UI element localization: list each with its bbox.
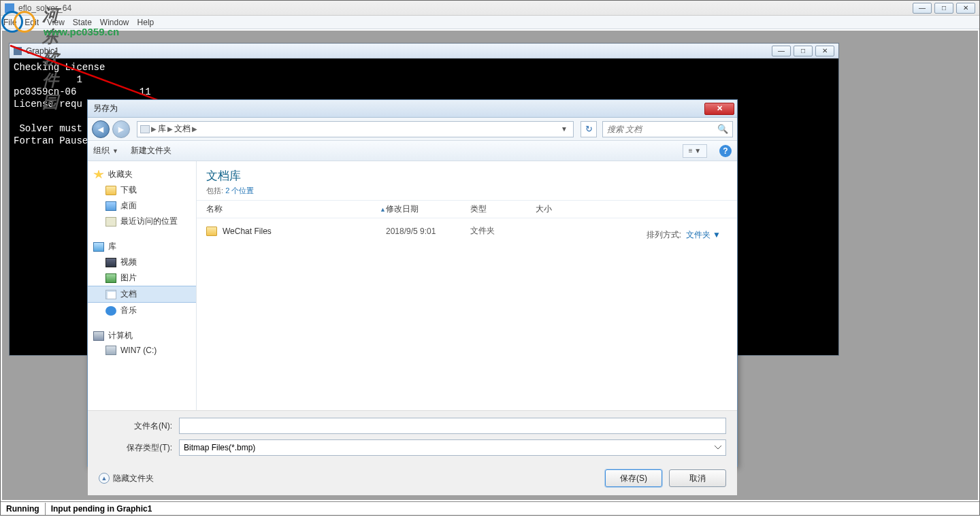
- help-button[interactable]: ?: [719, 145, 732, 157]
- hide-folders-toggle[interactable]: ▲ 隐藏文件夹: [99, 473, 154, 484]
- file-pane: 文档库 包括: 2 个位置 排列方式: 文件夹 ▼ 名称▲ 修改日期 类型 大小…: [197, 161, 737, 410]
- cancel-button[interactable]: 取消: [669, 469, 726, 487]
- filetype-label: 保存类型(T):: [99, 442, 172, 454]
- folder-icon: [105, 186, 116, 195]
- sidebar-item-videos[interactable]: 视频: [88, 254, 196, 270]
- main-title: eflo_solver_64: [18, 3, 71, 13]
- search-icon: 🔍: [717, 124, 728, 134]
- menu-file[interactable]: File: [3, 18, 16, 27]
- crumb-root[interactable]: 库: [158, 123, 166, 135]
- recent-icon: [105, 217, 116, 227]
- chevron-icon: ▶: [151, 125, 157, 133]
- nav-back-button[interactable]: ◄: [92, 120, 110, 138]
- sort-indicator-icon: ▲: [380, 206, 386, 213]
- col-name: 名称▲: [206, 203, 386, 215]
- dialog-nav: ◄ ► ▶ 库 ▶ 文档 ▶ ▼ ↻ 🔍: [88, 118, 737, 141]
- computer-icon: [93, 331, 104, 341]
- menubar: File Edit View State Window Help: [1, 16, 979, 29]
- file-date: 2018/9/5 9:01: [386, 227, 470, 236]
- desktop-icon: [105, 201, 116, 211]
- menu-edit[interactable]: Edit: [24, 18, 39, 27]
- graphic1-title: Graphic1: [26, 46, 59, 56]
- sub-minimize-button[interactable]: —: [772, 46, 791, 56]
- document-icon: [105, 290, 116, 299]
- search-input[interactable]: [607, 124, 717, 134]
- arrange-by[interactable]: 排列方式: 文件夹 ▼: [647, 229, 721, 241]
- arrange-value: 文件夹 ▼: [686, 230, 721, 239]
- graphic1-titlebar[interactable]: Graphic1 — □ ✕: [10, 44, 838, 59]
- menu-help[interactable]: Help: [137, 18, 154, 27]
- search-box[interactable]: 🔍: [602, 121, 733, 137]
- filetype-select[interactable]: Bitmap Files(*.bmp): [179, 439, 726, 456]
- refresh-button[interactable]: ↻: [581, 121, 597, 137]
- menu-view[interactable]: View: [47, 18, 65, 27]
- picture-icon: [105, 273, 116, 283]
- filename-input[interactable]: [179, 418, 726, 434]
- file-name: WeChat Files: [223, 227, 272, 236]
- sidebar-favorites-header[interactable]: 收藏夹: [88, 167, 196, 182]
- view-options-button[interactable]: ≡ ▼: [683, 144, 707, 158]
- graphic1-icon: [14, 47, 22, 55]
- library-title: 文档库: [206, 168, 728, 184]
- dialog-close-button[interactable]: ✕: [704, 103, 734, 115]
- col-size: 大小: [536, 203, 590, 215]
- col-date: 修改日期: [386, 203, 470, 215]
- library-sub-prefix: 包括:: [206, 186, 225, 195]
- save-as-dialog: 另存为 ✕ ◄ ► ▶ 库 ▶ 文档 ▶ ▼ ↻ 🔍 组织 ▼ 新建文件夹 ≡ …: [87, 99, 738, 467]
- dialog-footer: ▲ 隐藏文件夹 保存(S) 取消: [88, 464, 737, 495]
- drive-icon: [105, 346, 116, 355]
- close-button[interactable]: ✕: [956, 3, 975, 14]
- folder-icon: [206, 227, 217, 236]
- sub-close-button[interactable]: ✕: [815, 46, 834, 56]
- collapse-icon: ▲: [99, 473, 110, 484]
- sidebar-item-downloads[interactable]: 下载: [88, 182, 196, 198]
- menu-state[interactable]: State: [73, 18, 92, 27]
- folder-icon: [140, 125, 150, 133]
- statusbar: Running Input pending in Graphic1: [1, 501, 979, 515]
- chevron-icon: ▶: [192, 125, 197, 133]
- library-header: 文档库 包括: 2 个位置: [197, 161, 737, 200]
- col-type: 类型: [470, 203, 536, 215]
- sidebar-computer-header[interactable]: 计算机: [88, 328, 196, 344]
- sidebar-item-recent[interactable]: 最近访问的位置: [88, 214, 196, 229]
- dialog-fields: 文件名(N): 保存类型(T): Bitmap Files(*.bmp): [88, 410, 737, 464]
- maximize-button[interactable]: □: [934, 3, 953, 14]
- filename-label: 文件名(N):: [99, 420, 172, 432]
- chevron-icon: ▶: [167, 125, 173, 133]
- status-running: Running: [1, 503, 46, 515]
- status-pending: Input pending in Graphic1: [46, 503, 979, 515]
- file-type: 文件夹: [470, 225, 536, 237]
- video-icon: [105, 258, 116, 267]
- organize-button[interactable]: 组织 ▼: [93, 145, 118, 156]
- sidebar-item-documents[interactable]: 文档: [88, 286, 196, 303]
- sidebar-item-drive-c[interactable]: WIN7 (C:): [88, 344, 196, 357]
- breadcrumb-dropdown-icon[interactable]: ▼: [558, 125, 570, 133]
- main-titlebar[interactable]: eflo_solver_64 — □ ✕: [1, 1, 979, 16]
- breadcrumb[interactable]: ▶ 库 ▶ 文档 ▶ ▼: [137, 121, 574, 137]
- column-headers[interactable]: 名称▲ 修改日期 类型 大小: [197, 200, 737, 218]
- star-icon: [93, 170, 104, 180]
- sub-maximize-button[interactable]: □: [794, 46, 813, 56]
- sidebar: 收藏夹 下载 桌面 最近访问的位置 库 视频 图片 文档 音乐 计算机 WIN7…: [88, 161, 197, 410]
- sidebar-libraries-header[interactable]: 库: [88, 239, 196, 254]
- nav-forward-button[interactable]: ►: [112, 120, 130, 138]
- new-folder-button[interactable]: 新建文件夹: [131, 145, 172, 156]
- menu-window[interactable]: Window: [100, 18, 129, 27]
- minimize-button[interactable]: —: [913, 3, 932, 14]
- sidebar-item-pictures[interactable]: 图片: [88, 270, 196, 286]
- library-icon: [93, 242, 104, 252]
- dialog-toolbar: 组织 ▼ 新建文件夹 ≡ ▼ ?: [88, 141, 737, 161]
- crumb-current[interactable]: 文档: [174, 123, 191, 135]
- save-button[interactable]: 保存(S): [605, 469, 662, 487]
- music-icon: [105, 306, 116, 316]
- dialog-title: 另存为: [93, 103, 118, 114]
- sidebar-item-desktop[interactable]: 桌面: [88, 198, 196, 214]
- sidebar-item-music[interactable]: 音乐: [88, 303, 196, 318]
- dialog-titlebar[interactable]: 另存为 ✕: [88, 100, 737, 118]
- library-locations-link[interactable]: 2 个位置: [225, 186, 254, 195]
- app-icon: [5, 3, 14, 13]
